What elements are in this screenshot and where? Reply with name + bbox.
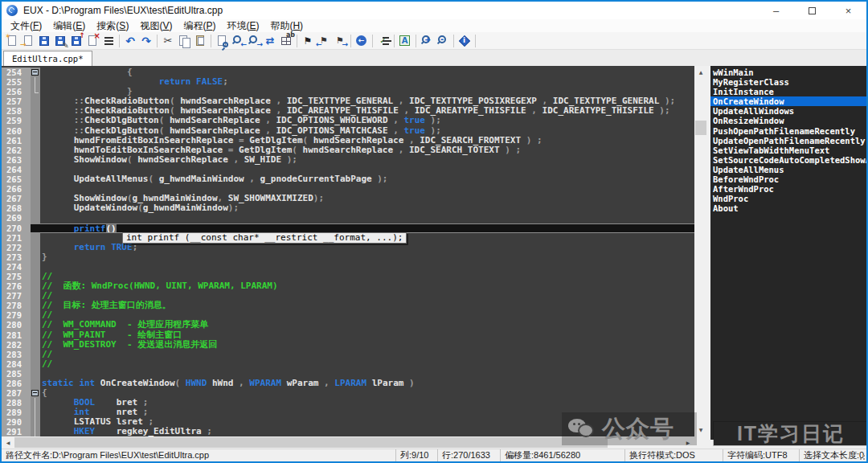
function-list-item[interactable]: UpdateOpenPathFilenameRecently xyxy=(710,136,866,145)
save-icon[interactable] xyxy=(36,34,52,48)
about-icon[interactable]: i xyxy=(457,34,473,48)
checklist-icon[interactable]: ✓ xyxy=(375,34,391,48)
code-line-body[interactable] xyxy=(31,262,694,272)
replace-in-files-icon[interactable]: ab xyxy=(278,34,294,48)
code-line-body[interactable]: ShowWindow( hwndSearchReplace , SW_HIDE … xyxy=(31,155,694,165)
code-line-body[interactable]: // 目标: 处理主窗口的消息。 xyxy=(31,301,694,310)
copy-icon[interactable] xyxy=(176,34,192,48)
menu-item-v[interactable]: 视图(V) xyxy=(134,19,178,33)
code-line-body[interactable] xyxy=(31,369,694,379)
fold-margin[interactable] xyxy=(31,388,40,398)
function-list-item[interactable]: AfterWndProc xyxy=(710,184,866,194)
code-line-body[interactable]: // WM_COMMAND - 处理应用程序菜单 xyxy=(31,320,694,330)
code-line-body[interactable]: UpdateAllMenus( g_hwndMainWindow , g_pno… xyxy=(31,174,694,184)
horizontal-scroll-thumb[interactable] xyxy=(14,437,608,448)
code-line-264[interactable]: 264 xyxy=(2,165,694,174)
code-line-281[interactable]: 281// WM_PAINT - 绘制主窗口 xyxy=(2,330,694,340)
code-line-263[interactable]: 263 ShowWindow( hwndSearchReplace , SW_H… xyxy=(2,155,694,165)
zoom-in-icon[interactable]: + xyxy=(419,34,435,48)
code-line-272[interactable]: 272 return TRUE; xyxy=(2,243,694,252)
code-line-body[interactable]: } xyxy=(31,87,694,96)
code-line-body[interactable]: UpdateWindow(g_hwndMainWindow); xyxy=(31,203,694,213)
code-line-273[interactable]: 273} xyxy=(2,252,694,262)
code-line-286[interactable]: 286static int OnCreateWindow( HWND hWnd … xyxy=(2,379,694,388)
code-line-body[interactable]: // WM_DESTROY - 发送退出消息并返回 xyxy=(31,340,694,350)
maximize-button[interactable] xyxy=(794,2,830,19)
code-line-280[interactable]: 280// WM_COMMAND - 处理应用程序菜单 xyxy=(2,320,694,330)
fold-margin[interactable] xyxy=(31,68,40,77)
function-list-item[interactable]: SetViewTabWidthMenuText xyxy=(710,145,866,155)
code-line-body[interactable]: // xyxy=(31,291,694,301)
function-list-item[interactable]: UpdateAllMenus xyxy=(710,165,866,174)
minimize-button[interactable]: – xyxy=(758,2,794,19)
code-line-269[interactable]: 269 xyxy=(2,213,694,223)
zoom-out-icon[interactable]: - xyxy=(435,34,451,48)
code-line-279[interactable]: 279// xyxy=(2,310,694,320)
function-list-item[interactable]: InitInstance xyxy=(710,87,866,96)
replace-icon[interactable]: ⇄ xyxy=(262,34,278,48)
code-line-body[interactable]: // 函数: WndProc(HWND, UINT, WPARAM, LPARA… xyxy=(31,281,694,291)
file-list-icon[interactable] xyxy=(100,34,117,48)
code-line-284[interactable]: 284// xyxy=(2,359,694,369)
navigate-back-icon[interactable]: ← xyxy=(354,34,370,48)
code-line-body[interactable]: } xyxy=(31,252,694,262)
menu-item-s[interactable]: 搜索(S) xyxy=(91,19,134,33)
find-prev-icon[interactable]: ← xyxy=(230,34,246,48)
paste-icon[interactable] xyxy=(192,34,208,48)
code-line-277[interactable]: 277// xyxy=(2,291,694,301)
save-all-icon[interactable]: ↑ xyxy=(68,34,84,48)
code-line-275[interactable]: 275// xyxy=(2,272,694,281)
code-line-body[interactable]: { xyxy=(31,68,694,77)
code-line-259[interactable]: 259 ::CheckDlgButton( hwndSearchReplace … xyxy=(2,116,694,125)
function-list-item[interactable]: About xyxy=(710,203,866,213)
bookmark-next-icon[interactable]: ⚑→ xyxy=(332,34,348,48)
resize-grip[interactable] xyxy=(858,453,866,461)
code-line-261[interactable]: 261 hwndFromEditBoxInSearchReplace = Get… xyxy=(2,136,694,145)
code-line-body[interactable]: return FALSE; xyxy=(31,77,694,87)
menu-item-f[interactable]: 文件(F) xyxy=(5,19,47,33)
cut-icon[interactable]: ✂ xyxy=(160,34,176,48)
code-line-262[interactable]: 262 hwndToEditBoxInSearchReplace = GetDl… xyxy=(2,145,694,155)
code-line-body[interactable]: ::CheckDlgButton( hwndSearchReplace , ID… xyxy=(31,126,694,136)
bookmark-toggle-icon[interactable]: ⚑ xyxy=(300,34,316,48)
function-list-item[interactable]: BeforeWndProc xyxy=(710,174,866,184)
redo-icon[interactable]: ↷ xyxy=(138,34,154,48)
code-line-body[interactable]: hwndFromEditBoxInSearchReplace = GetDlgI… xyxy=(31,136,694,145)
vertical-scrollbar[interactable]: ▲ ▼ xyxy=(694,66,707,436)
code-line-body[interactable]: static int OnCreateWindow( HWND hWnd , W… xyxy=(31,379,694,388)
code-line-282[interactable]: 282// WM_DESTROY - 发送退出消息并返回 xyxy=(2,340,694,350)
open-file-icon[interactable]: → xyxy=(20,34,36,48)
code-line-body[interactable]: ::CheckDlgButton( hwndSearchReplace , ID… xyxy=(31,116,694,125)
fold-toggle-icon[interactable] xyxy=(31,69,39,76)
code-line-267[interactable]: 267 ShowWindow(g_hwndMainWindow, SW_SHOW… xyxy=(2,194,694,203)
code-line-body[interactable]: { xyxy=(31,388,694,398)
code-line-body[interactable]: // xyxy=(31,310,694,320)
code-line-body[interactable]: ::CheckRadioButton( hwndSearchReplace , … xyxy=(31,106,694,116)
code-line-body[interactable]: // WM_PAINT - 绘制主窗口 xyxy=(31,330,694,340)
find-icon[interactable] xyxy=(214,34,230,48)
scroll-left-icon[interactable]: ◀ xyxy=(2,436,14,449)
code-line-274[interactable]: 274 xyxy=(2,262,694,272)
code-line-283[interactable]: 283// xyxy=(2,350,694,359)
code-line-257[interactable]: 257 ::CheckRadioButton( hwndSearchReplac… xyxy=(2,96,694,106)
menu-item-e[interactable]: 环境(E) xyxy=(221,19,264,33)
close-button[interactable]: × xyxy=(830,2,866,19)
bookmark-prev-icon[interactable]: ⚑← xyxy=(316,34,332,48)
function-list-item[interactable]: PushOpenPathFilenameRecently xyxy=(710,126,866,136)
function-list-item[interactable]: OnResizeWindow xyxy=(710,116,866,125)
code-line-body[interactable]: // xyxy=(31,272,694,281)
vertical-scroll-thumb[interactable] xyxy=(695,121,706,135)
code-line-body[interactable]: hwndToEditBoxInSearchReplace = GetDlgIte… xyxy=(31,145,694,155)
code-line-287[interactable]: 287{ xyxy=(2,388,694,398)
function-list-item[interactable]: MyRegisterClass xyxy=(710,77,866,87)
function-list-item[interactable]: wWinMain xyxy=(710,68,866,77)
code-line-body[interactable]: // xyxy=(31,359,694,369)
find-next-icon[interactable]: → xyxy=(246,34,262,48)
menu-item-h[interactable]: 帮助(H) xyxy=(264,19,309,33)
tab-editultra-cpp[interactable]: EditUltra.cpp* xyxy=(3,51,92,66)
code-line-288[interactable]: 288 BOOL bret ; xyxy=(2,398,694,408)
close-file-icon[interactable]: × xyxy=(84,34,100,48)
scroll-up-icon[interactable]: ▲ xyxy=(694,66,707,79)
code-editor[interactable]: 254 {255 return FALSE;256 }257 ::CheckRa… xyxy=(2,66,694,436)
menu-item-p[interactable]: 编程(P) xyxy=(178,19,221,33)
